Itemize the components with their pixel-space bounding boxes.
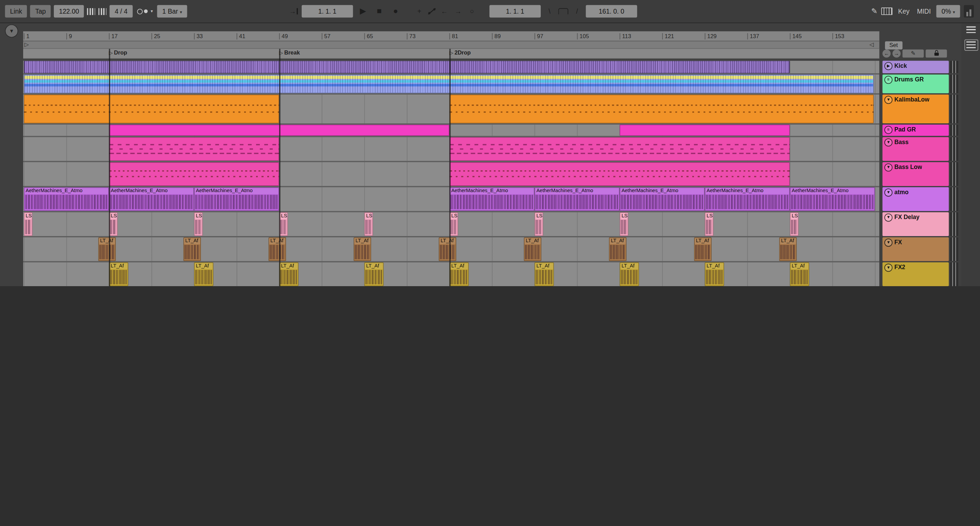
- group-icon[interactable]: ≡: [884, 126, 892, 134]
- clip-fx2[interactable]: LT_Af: [535, 262, 554, 286]
- clip-atmo[interactable]: AetherMachines_E_Atmo: [790, 187, 875, 211]
- arrangement-position-field[interactable]: 1. 1. 1: [302, 5, 353, 18]
- stop-button[interactable]: ■: [373, 5, 385, 18]
- clip-bass-low[interactable]: [109, 162, 279, 186]
- track-lane-fx2[interactable]: LT_AfLT_AfLT_AfLT_AfLT_AfLT_AfLT_AfLT_Af…: [23, 262, 879, 286]
- clip-kalimbalow[interactable]: [449, 95, 874, 124]
- track-header-kick[interactable]: ▶Kick: [883, 61, 949, 73]
- clip-pad-gr[interactable]: [620, 125, 790, 136]
- fold-icon[interactable]: ▼: [884, 214, 892, 222]
- record-button[interactable]: ●: [389, 5, 402, 18]
- bar-ruler[interactable]: 1917253341495765738189971051131211291371…: [23, 31, 879, 41]
- follow-toggle[interactable]: →: [289, 8, 298, 15]
- track-lane-pad-gr[interactable]: [23, 125, 879, 136]
- punch-in-icon[interactable]: \: [544, 5, 554, 18]
- fold-icon[interactable]: ▼: [884, 264, 892, 272]
- play-icon[interactable]: ▶: [884, 62, 892, 70]
- clip-fx[interactable]: LT_Af: [779, 237, 797, 261]
- locator-drop[interactable]: ▷Drop: [109, 49, 127, 56]
- lock-button[interactable]: [926, 49, 947, 57]
- clip-atmo[interactable]: AetherMachines_E_Atmo: [24, 187, 109, 211]
- locator-2drop[interactable]: ▷2Drop: [449, 49, 471, 56]
- clip-atmo[interactable]: AetherMachines_E_Atmo: [535, 187, 620, 211]
- track-header-bass[interactable]: ▼Bass: [883, 137, 949, 161]
- clip-pad-gr[interactable]: [109, 125, 449, 136]
- back-arrow-icon[interactable]: ←: [439, 5, 449, 18]
- prev-marker-button[interactable]: ←: [883, 49, 891, 57]
- fold-icon[interactable]: ▼: [884, 164, 892, 172]
- draw-mode-button[interactable]: ✎: [871, 7, 877, 16]
- next-marker-button[interactable]: →: [892, 49, 900, 57]
- loop-switch[interactable]: [558, 8, 568, 14]
- track-lane-fx[interactable]: LT_AfLT_AfLT_AfLT_AfLT_AfLT_AfLT_AfLT_Af…: [23, 237, 879, 261]
- group-icon[interactable]: ≡: [884, 76, 892, 84]
- clip-bass-low[interactable]: [449, 162, 790, 186]
- clip-atmo[interactable]: AetherMachines_E_Atmo: [620, 187, 705, 211]
- track-lane-kick[interactable]: [23, 61, 879, 73]
- clip-fx2[interactable]: LT_Af: [705, 262, 724, 286]
- clip-fx-delay[interactable]: LS: [194, 212, 203, 236]
- track-header-fx2[interactable]: ▼FX2: [883, 262, 949, 286]
- clip-fx2[interactable]: LT_Af: [449, 262, 469, 286]
- clip-fx-delay[interactable]: LS: [535, 212, 544, 236]
- clip-fx-delay[interactable]: LS: [109, 212, 118, 236]
- fold-icon[interactable]: ▼: [884, 96, 892, 104]
- browser-toggle[interactable]: ▼: [5, 24, 18, 38]
- clip-fx-delay[interactable]: LS: [620, 212, 629, 236]
- clip-fx2[interactable]: LT_Af: [279, 262, 298, 286]
- clip-fx2[interactable]: LT_Af: [620, 262, 639, 286]
- clip-fx2[interactable]: LT_Af: [194, 262, 213, 286]
- fold-icon[interactable]: ▼: [884, 188, 892, 196]
- track-lane-drums-gr[interactable]: [23, 75, 879, 93]
- clip-fx2[interactable]: LT_Af: [790, 262, 809, 286]
- track-header-fx-delay[interactable]: ▼FX Delay: [883, 212, 949, 236]
- midi-overdub-plus-icon[interactable]: +: [414, 5, 424, 18]
- clip-fx[interactable]: LT_Af: [524, 237, 541, 261]
- clip-fx2[interactable]: LT_Af: [364, 262, 383, 286]
- play-button[interactable]: ▶: [357, 5, 369, 18]
- clip-fx-delay[interactable]: LS: [279, 212, 288, 236]
- clip-fx-delay[interactable]: LS: [790, 212, 799, 236]
- clip-atmo[interactable]: AetherMachines_E_Atmo: [194, 187, 279, 211]
- clip-atmo[interactable]: AetherMachines_E_Atmo: [705, 187, 790, 211]
- arrangement-start-marker-icon[interactable]: ▷: [24, 41, 29, 48]
- clip-fx[interactable]: LT_Af: [439, 237, 456, 261]
- track-header-fx[interactable]: ▼FX: [883, 237, 949, 261]
- capture-midi-icon[interactable]: ○: [467, 5, 477, 18]
- clip-fx[interactable]: LT_Af: [609, 237, 627, 261]
- pencil-button[interactable]: ✎: [902, 49, 923, 57]
- locator-break[interactable]: ▷Break: [279, 49, 300, 56]
- clip-bass[interactable]: [109, 137, 279, 161]
- arrangement-end-marker-icon[interactable]: ◁: [869, 41, 874, 48]
- track-lane-atmo[interactable]: AetherMachines_E_AtmoAetherMachines_E_At…: [23, 187, 879, 211]
- link-button[interactable]: Link: [5, 5, 27, 18]
- clip-fx2[interactable]: LT_Af: [109, 262, 128, 286]
- panel-toggle-icon[interactable]: [964, 40, 978, 51]
- quantize-menu[interactable]: 1 Bar▾: [158, 5, 187, 18]
- track-header-drums-gr[interactable]: ≡Drums GR: [883, 75, 949, 93]
- loop-start-field[interactable]: 1. 1. 1: [489, 5, 541, 18]
- scrub-area[interactable]: ▷ ◁: [23, 41, 879, 49]
- fold-icon[interactable]: ▼: [884, 239, 892, 247]
- fold-icon[interactable]: ▼: [884, 138, 892, 147]
- clip-drums-gr[interactable]: [24, 75, 874, 93]
- locator-lane[interactable]: ▷Drop▷Break▷2Drop: [23, 49, 879, 59]
- track-lane-bass-low[interactable]: [23, 162, 879, 186]
- clip-atmo[interactable]: AetherMachines_E_Atmo: [109, 187, 194, 211]
- track-header-atmo[interactable]: ▼atmo: [883, 187, 949, 211]
- nudge-down-icon[interactable]: [87, 8, 95, 14]
- track-header-bass-low[interactable]: ▼Bass Low: [883, 162, 949, 186]
- clip-fx[interactable]: LT_Af: [694, 237, 712, 261]
- tap-tempo-button[interactable]: Tap: [30, 5, 51, 18]
- nudge-up-icon[interactable]: [99, 8, 107, 14]
- clip-fx[interactable]: LT_Af: [269, 237, 286, 261]
- clip-fx-delay[interactable]: LS: [705, 212, 714, 236]
- tempo-field[interactable]: 122.00: [54, 5, 84, 18]
- clip-fx[interactable]: LT_Af: [353, 237, 371, 261]
- track-header-pad-gr[interactable]: ≡Pad GR: [883, 125, 949, 136]
- arrangement-area[interactable]: AetherMachines_E_AtmoAetherMachines_E_At…: [23, 61, 879, 286]
- set-button[interactable]: Set: [885, 41, 902, 49]
- clip-atmo[interactable]: AetherMachines_E_Atmo: [449, 187, 535, 211]
- clip-fx-delay[interactable]: LS: [24, 212, 33, 236]
- clip-kalimbalow[interactable]: [24, 95, 279, 124]
